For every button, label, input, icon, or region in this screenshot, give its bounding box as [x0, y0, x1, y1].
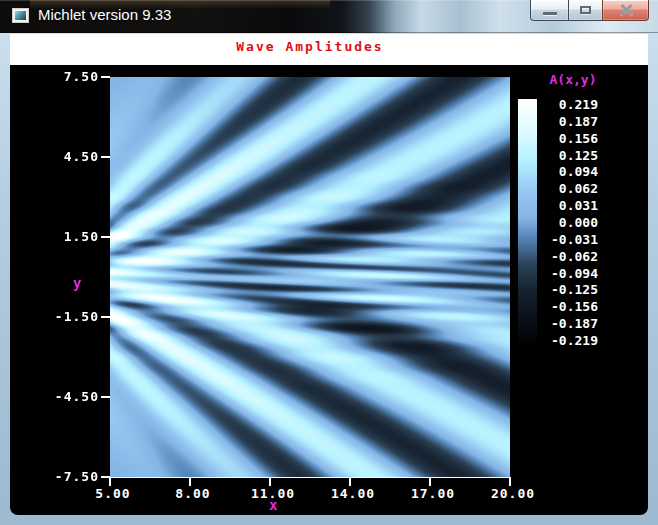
chart-title: Wave Amplitudes — [10, 39, 610, 54]
y-tick-mark — [101, 236, 110, 238]
minimize-button[interactable] — [530, 0, 569, 21]
colorbar — [518, 99, 537, 347]
colorbar-tick-label: 0.187 — [540, 114, 598, 129]
x-tick-mark — [429, 478, 431, 486]
window-controls — [530, 0, 649, 22]
maximize-button[interactable] — [569, 0, 602, 21]
x-tick-label: 14.00 — [313, 486, 393, 501]
x-tick-label: 20.00 — [473, 486, 553, 501]
app-icon — [12, 8, 29, 23]
x-axis-label: x — [269, 497, 277, 513]
y-tick-label: 1.50 — [40, 229, 99, 244]
y-tick-mark — [101, 396, 110, 398]
y-tick-label: 4.50 — [40, 149, 99, 164]
colorbar-tick-label: -0.031 — [540, 232, 598, 247]
y-axis-label: y — [73, 275, 81, 291]
title-bar[interactable]: Michlet version 9.33 — [0, 0, 658, 33]
y-tick-mark — [101, 316, 110, 318]
michlet-window: Michlet version 9.33 Wave Amplitudes 7.5… — [0, 0, 658, 525]
colorbar-tick-label: 0.000 — [540, 215, 598, 230]
chart-title-strip: Wave Amplitudes — [10, 34, 648, 65]
x-tick-mark — [109, 478, 111, 486]
x-tick-mark — [269, 478, 271, 486]
colorbar-title: A(x,y) — [544, 72, 602, 87]
x-tick-label: 5.00 — [73, 486, 153, 501]
colorbar-tick-label: -0.094 — [540, 266, 598, 281]
colorbar-tick-label: 0.156 — [540, 131, 598, 146]
close-icon — [619, 4, 633, 16]
x-tick-mark — [189, 478, 191, 486]
colorbar-tick-label: -0.156 — [540, 299, 598, 314]
x-tick-label: 17.00 — [393, 486, 473, 501]
x-tick-label: 8.00 — [153, 486, 233, 501]
colorbar-tick-label: -0.219 — [540, 333, 598, 348]
y-tick-label: -1.50 — [40, 309, 99, 324]
x-tick-mark — [349, 478, 351, 486]
x-axis-line — [110, 477, 511, 478]
colorbar-tick-label: -0.187 — [540, 316, 598, 331]
y-tick-label: -7.50 — [40, 469, 99, 484]
maximize-icon — [580, 6, 591, 14]
y-tick-mark — [101, 156, 110, 158]
minimize-icon — [543, 12, 557, 15]
x-tick-mark — [509, 478, 511, 486]
window-title: Michlet version 9.33 — [38, 6, 171, 23]
y-tick-label: -4.50 — [40, 389, 99, 404]
colorbar-tick-label: -0.125 — [540, 282, 598, 297]
colorbar-tick-label: 0.125 — [540, 148, 598, 163]
colorbar-tick-label: -0.062 — [540, 249, 598, 264]
colorbar-tick-label: 0.062 — [540, 181, 598, 196]
y-tick-label: 7.50 — [40, 69, 99, 84]
y-tick-mark — [101, 76, 110, 78]
colorbar-tick-label: 0.094 — [540, 164, 598, 179]
colorbar-tick-label: 0.031 — [540, 198, 598, 213]
close-button[interactable] — [602, 0, 649, 21]
wave-amplitude-heatmap — [110, 77, 510, 477]
colorbar-tick-label: 0.219 — [540, 97, 598, 112]
